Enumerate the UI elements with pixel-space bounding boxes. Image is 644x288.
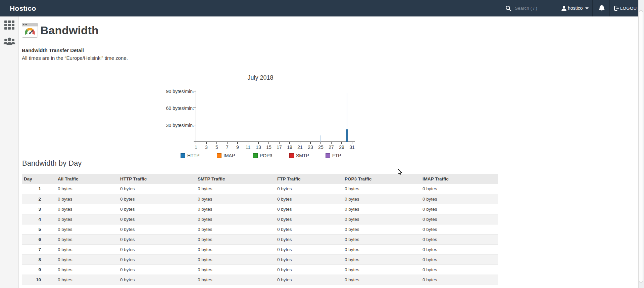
table-row-day-4: 40 bytes0 bytes0 bytes0 bytes0 bytes0 by… (22, 214, 498, 224)
cell-ftp-traffic: 0 bytes (269, 264, 336, 275)
table-row-day-1: 10 bytes0 bytes0 bytes0 bytes0 bytes0 by… (22, 184, 498, 194)
logout-icon[interactable] (614, 5, 620, 12)
cell-all-traffic: 0 bytes (49, 184, 112, 194)
cell-imap-traffic: 0 bytes (414, 275, 498, 285)
cell-http-traffic: 0 bytes (112, 244, 189, 254)
bar-http-peak-day25 (320, 135, 321, 142)
search-icon[interactable] (505, 5, 511, 13)
cell-imap-traffic: 0 bytes (414, 234, 498, 244)
cell-ftp-traffic: 0 bytes (269, 204, 336, 214)
page-title: Bandwidth (40, 23, 99, 38)
cell-pop3-traffic: 0 bytes (336, 214, 414, 224)
cell-http-traffic: 0 bytes (112, 234, 189, 244)
x-axis-tick-mark (320, 142, 321, 144)
table-row-day-10: 100 bytes0 bytes0 bytes0 bytes0 bytes0 b… (22, 275, 498, 285)
applications-grid-icon[interactable] (4, 20, 14, 31)
cell-day: 2 (22, 194, 49, 204)
cell-imap-traffic: 0 bytes (414, 184, 498, 194)
column-header-ftp-traffic: FTP Traffic (269, 174, 336, 184)
cell-ftp-traffic: 0 bytes (269, 224, 336, 234)
timezone-note: All times are in the “Europe/Helsinki” t… (22, 55, 128, 61)
cell-smtp-traffic: 0 bytes (189, 194, 269, 204)
legend-item-http: HTTP (181, 153, 200, 158)
x-axis-tick-mark (268, 142, 269, 144)
x-axis-tick-label: 31 (349, 145, 355, 150)
cell-day: 9 (22, 264, 49, 275)
cell-ftp-traffic: 0 bytes (269, 275, 336, 285)
x-axis-tick-mark (227, 142, 228, 144)
cell-smtp-traffic: 0 bytes (189, 234, 269, 244)
cell-imap-traffic: 0 bytes (414, 254, 498, 264)
cell-http-traffic: 0 bytes (112, 194, 189, 204)
chart-y-axis-line (196, 90, 196, 142)
x-axis-tick-mark (216, 142, 217, 144)
cell-day: 8 (22, 254, 49, 264)
bar-http-peak-day30 (347, 93, 347, 142)
cell-pop3-traffic: 0 bytes (336, 264, 414, 275)
table-row-day-8: 80 bytes0 bytes0 bytes0 bytes0 bytes0 by… (22, 254, 498, 264)
section-heading: Bandwidth Transfer Detail (22, 47, 84, 53)
cell-all-traffic: 0 bytes (49, 214, 112, 224)
cell-all-traffic: 0 bytes (49, 204, 112, 214)
brand-logo: Hostico (10, 0, 36, 16)
topbar-divider (609, 0, 610, 16)
topbar-divider (558, 0, 558, 16)
x-axis-tick-label: 3 (205, 145, 208, 150)
customers-users-icon[interactable] (3, 36, 15, 47)
header-divider (22, 42, 498, 42)
user-menu[interactable]: hostico (568, 0, 583, 16)
notifications-bell-icon[interactable] (598, 4, 605, 13)
bandwidth-gauge-icon (22, 23, 38, 39)
x-axis-tick-label: 19 (287, 145, 292, 150)
cell-imap-traffic: 0 bytes (414, 214, 498, 224)
legend-swatch-ftp (326, 153, 330, 158)
chevron-down-icon[interactable] (585, 7, 589, 9)
cell-smtp-traffic: 0 bytes (189, 204, 269, 214)
cell-day: 7 (22, 244, 49, 254)
y-axis-tick-mark (193, 91, 196, 91)
table-row-day-7: 70 bytes0 bytes0 bytes0 bytes0 bytes0 by… (22, 244, 498, 254)
x-axis-tick-mark (258, 142, 259, 144)
legend-label: IMAP (224, 153, 235, 158)
cell-smtp-traffic: 0 bytes (189, 264, 269, 275)
search-input[interactable]: Search ( / ) (515, 0, 537, 16)
x-axis-tick-label: 17 (277, 145, 282, 150)
x-axis-tick-label: 7 (226, 145, 229, 150)
user-icon (561, 5, 567, 12)
cell-day: 3 (22, 204, 49, 214)
cell-all-traffic: 0 bytes (49, 194, 112, 204)
x-axis-tick-mark (341, 142, 342, 144)
table-header-row: DayAll TrafficHTTP TrafficSMTP TrafficFT… (22, 174, 498, 184)
column-header-imap-traffic: IMAP Traffic (414, 174, 498, 184)
table-heading: Bandwidth by Day (22, 159, 82, 168)
legend-swatch-imap (217, 153, 221, 158)
table-row-day-6: 60 bytes0 bytes0 bytes0 bytes0 bytes0 by… (22, 234, 498, 244)
bandwidth-by-day-table: DayAll TrafficHTTP TrafficSMTP TrafficFT… (22, 174, 498, 285)
topbar-divider (500, 0, 500, 16)
x-axis-tick-mark (289, 142, 290, 144)
x-axis-tick-label: 23 (308, 145, 313, 150)
cell-ftp-traffic: 0 bytes (269, 234, 336, 244)
logout-button[interactable]: LOGOUT (620, 0, 640, 16)
cell-all-traffic: 0 bytes (49, 264, 112, 275)
table-heading-divider (22, 168, 498, 168)
cell-ftp-traffic: 0 bytes (269, 194, 336, 204)
y-axis-tick-label: 90 bytes/min. (154, 89, 194, 94)
legend-label: SMTP (296, 153, 309, 158)
top-navigation-bar: Hostico Search ( / ) hostico LOGOUT (0, 0, 638, 16)
cell-http-traffic: 0 bytes (112, 254, 189, 264)
x-axis-tick-label: 21 (297, 145, 303, 150)
x-axis-tick-mark (279, 142, 280, 144)
legend-swatch-smtp (289, 153, 294, 158)
cell-day: 4 (22, 214, 49, 224)
cell-pop3-traffic: 0 bytes (336, 224, 414, 234)
column-header-smtp-traffic: SMTP Traffic (189, 174, 269, 184)
x-axis-tick-label: 25 (318, 145, 324, 150)
scrollbar-thumb[interactable] (639, 10, 643, 283)
cell-pop3-traffic: 0 bytes (336, 184, 414, 194)
column-header-http-traffic: HTTP Traffic (112, 174, 189, 184)
topbar-divider (592, 0, 593, 16)
column-header-all-traffic: All Traffic (49, 174, 112, 184)
mouse-cursor (398, 169, 403, 177)
legend-item-smtp: SMTP (289, 153, 309, 158)
